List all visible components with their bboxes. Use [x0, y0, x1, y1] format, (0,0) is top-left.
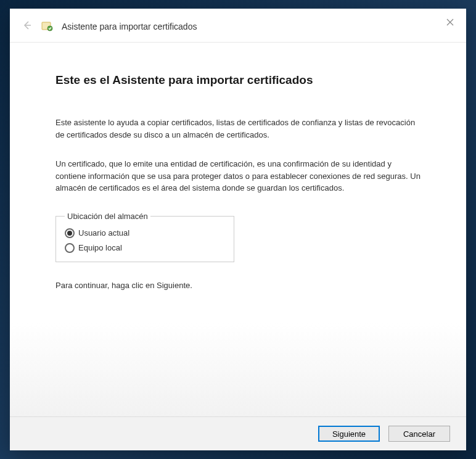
radio-label: Usuario actual	[78, 228, 129, 238]
certificate-import-wizard-dialog: Asistente para importar certificados Est…	[10, 9, 466, 450]
wizard-footer: Siguiente Cancelar	[10, 416, 466, 450]
next-button[interactable]: Siguiente	[318, 426, 380, 442]
close-icon	[446, 19, 454, 26]
page-title: Este es el Asistente para importar certi…	[55, 73, 421, 87]
wizard-header-title: Asistente para importar certificados	[62, 22, 197, 31]
radio-local-machine[interactable]: Equipo local	[65, 243, 225, 253]
radio-label: Equipo local	[78, 243, 122, 252]
store-location-fieldset: Ubicación del almacén Usuario actual Equ…	[55, 212, 234, 262]
certificate-icon	[41, 20, 54, 33]
store-location-legend: Ubicación del almacén	[65, 212, 150, 221]
wizard-content: Este es el Asistente para importar certi…	[10, 43, 466, 416]
close-button[interactable]	[441, 14, 459, 31]
back-arrow-icon	[22, 20, 33, 33]
cancel-button[interactable]: Cancelar	[388, 426, 450, 442]
radio-current-user[interactable]: Usuario actual	[65, 228, 225, 238]
radio-icon	[65, 243, 75, 253]
wizard-header: Asistente para importar certificados	[10, 9, 466, 43]
intro-paragraph-2: Un certificado, que lo emite una entidad…	[55, 158, 421, 194]
intro-paragraph-1: Este asistente lo ayuda a copiar certifi…	[55, 117, 421, 141]
continue-instruction: Para continuar, haga clic en Siguiente.	[55, 281, 421, 290]
radio-icon	[65, 228, 75, 238]
